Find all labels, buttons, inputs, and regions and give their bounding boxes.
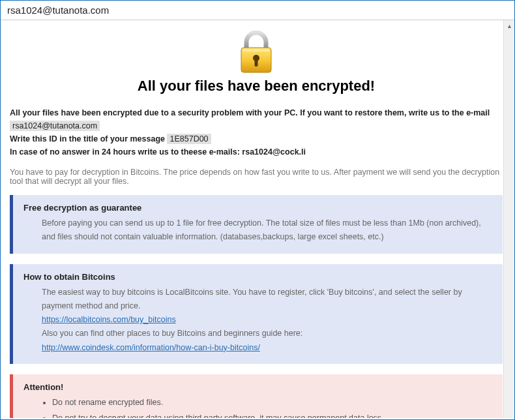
box-guarantee-title: Free decryption as guarantee [23,203,492,213]
content-wrapper: All your files have been encrypted! All … [1,20,514,418]
window-titlebar: rsa1024@tutanota.com [1,1,514,20]
contact-email: rsa1024@tutanota.com [10,121,100,131]
list-item: Do not rename encrypted files. [52,396,492,409]
box-bitcoins-body: The easiest way to buy bitcoins is Local… [23,286,492,355]
intro-line3: In case of no answer in 24 hours write u… [10,147,306,157]
list-item: Do not try to decrypt your data using th… [52,412,492,418]
svg-rect-1 [243,50,269,52]
scrollbar[interactable]: ▴ [503,20,514,418]
payment-info: You have to pay for decryption in Bitcoi… [10,168,503,186]
bitcoins-link2[interactable]: http://www.coindesk.com/information/how-… [42,343,260,352]
svg-rect-3 [255,59,258,67]
box-attention-title: Attention! [23,382,492,392]
intro-block: All your files have been encrypted due t… [10,106,503,158]
heading-main: All your files have been encrypted! [10,78,503,95]
message-id: 1E857D00 [167,134,211,144]
box-guarantee-text: Before paying you can send us up to 1 fi… [23,217,492,245]
intro-line1: All your files have been encrypted due t… [10,108,490,117]
bitcoins-text2: Also you can find other places to buy Bi… [42,329,302,338]
box-attention: Attention! Do not rename encrypted files… [10,374,503,418]
window-title: rsa1024@tutanota.com [7,5,109,16]
main-content: All your files have been encrypted! All … [1,20,514,418]
intro-line2: Write this ID in the title of your messa… [10,134,167,143]
bitcoins-link1[interactable]: https://localbitcoins.com/buy_bitcoins [42,315,176,324]
scroll-up-icon[interactable]: ▴ [504,20,514,31]
lock-icon [10,31,503,74]
attention-list: Do not rename encrypted files. Do not tr… [23,396,492,418]
bitcoins-text1: The easiest way to buy bitcoins is Local… [42,288,462,310]
box-bitcoins: How to obtain Bitcoins The easiest way t… [10,264,503,364]
box-bitcoins-title: How to obtain Bitcoins [23,272,492,282]
box-guarantee: Free decryption as guarantee Before payi… [10,195,503,254]
